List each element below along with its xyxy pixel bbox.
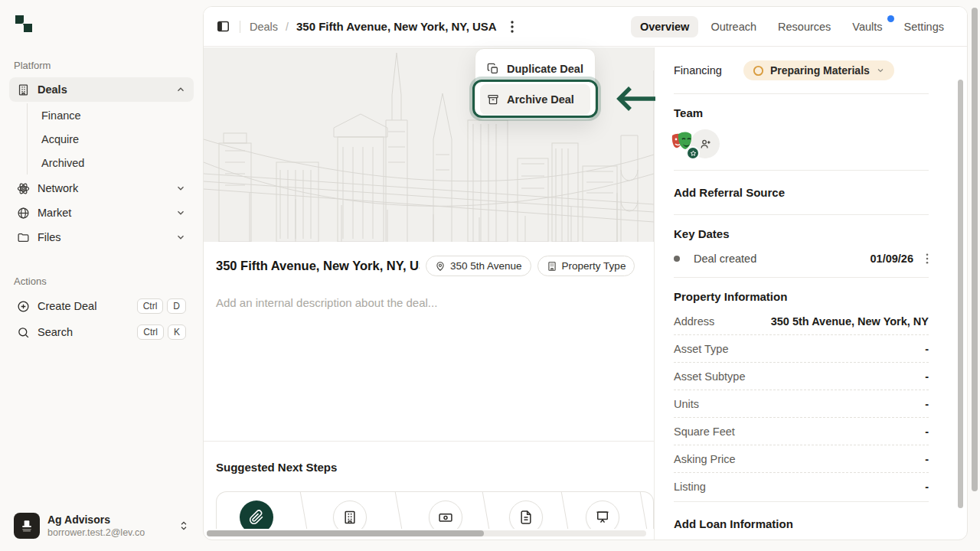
create-deal-label: Create Deal: [38, 300, 96, 312]
tab-settings[interactable]: Settings: [895, 16, 953, 37]
segment-divider: [482, 491, 490, 529]
create-deal-button[interactable]: Create Deal Ctrl D: [9, 293, 194, 319]
step-property-button[interactable]: [333, 500, 367, 529]
tab-overview[interactable]: Overview: [631, 16, 699, 37]
sidebar-item-files[interactable]: Files: [9, 225, 194, 249]
deal-main-column: 350 Fifth Avenue, New York, NY, USA 350 …: [204, 47, 654, 540]
globe-icon: [17, 207, 30, 220]
tab-resources[interactable]: Resources: [769, 16, 840, 37]
chevron-down-icon: [175, 207, 186, 218]
menu-item-archive-deal[interactable]: Archive Deal: [480, 84, 590, 115]
property-row-label: Listing: [674, 481, 706, 493]
sidebar-item-deals[interactable]: Deals: [9, 77, 194, 102]
step-presentation-button[interactable]: [586, 500, 619, 529]
financing-row: Financing Preparing Materials: [674, 47, 929, 94]
property-row-value: 350 5th Avenue, New York, NY: [771, 315, 929, 328]
main-card: Deals / 350 Fifth Avenue, New York, NY, …: [203, 6, 968, 540]
sidebar-toggle-icon[interactable]: [216, 19, 230, 34]
search-button[interactable]: Search Ctrl K: [9, 319, 194, 345]
kbd-ctrl: Ctrl: [137, 298, 164, 314]
sidebar-item-market[interactable]: Market: [9, 201, 194, 225]
property-row-asking-price: Asking Price -: [674, 445, 929, 473]
property-type-badge[interactable]: Property Type: [537, 256, 635, 276]
paperclip-icon: [249, 510, 264, 525]
archive-icon: [487, 93, 499, 106]
banknote-icon: [438, 510, 453, 525]
key-date-row: Deal created 01/09/26: [674, 253, 929, 268]
status-ring-icon: [753, 65, 764, 77]
brand-logo: [14, 14, 194, 34]
step-attachments-button[interactable]: [240, 500, 273, 529]
folder-icon: [17, 231, 30, 244]
property-row-asset-subtype: Asset Subtype -: [674, 363, 929, 390]
user-name: Ag Advisors: [47, 514, 145, 527]
deal-context-menu: Duplicate Deal Archive Deal: [475, 48, 596, 120]
address-badge-label: 350 5th Avenue: [450, 260, 522, 272]
sidebar-item-acquire[interactable]: Acquire: [28, 127, 194, 151]
property-row-address: Address 350 5th Avenue, New York, NY: [674, 308, 929, 335]
network-icon: [17, 182, 30, 195]
segment-divider: [299, 491, 308, 529]
page-scrollbar-thumb[interactable]: [972, 8, 978, 491]
breadcrumb-current-deal: 350 Fifth Avenue, New York, NY, USA: [296, 20, 497, 33]
search-icon: [17, 326, 30, 339]
platform-section-label: Platform: [14, 60, 189, 71]
property-row-value: -: [925, 343, 929, 355]
property-row-asset-type: Asset Type -: [674, 335, 929, 363]
presentation-icon: [595, 510, 610, 525]
team-member-avatar[interactable]: [668, 129, 697, 158]
financing-label: Financing: [674, 64, 722, 77]
section-divider: [204, 441, 654, 442]
next-steps-title: Suggested Next Steps: [216, 461, 337, 474]
breadcrumb-separator: /: [286, 21, 289, 33]
create-deal-shortcut: Ctrl D: [137, 298, 186, 314]
account-switcher[interactable]: Ag Advisors borrower.test.2@lev.co: [9, 510, 194, 542]
deal-title-row: 350 Fifth Avenue, New York, NY, USA 350 …: [204, 256, 654, 276]
chevron-down-icon: [175, 232, 186, 243]
address-badge[interactable]: 350 5th Avenue: [426, 256, 531, 276]
user-email: borrower.test.2@lev.co: [47, 527, 145, 538]
property-row-square-feet: Square Feet -: [674, 418, 929, 445]
property-row-units: Units -: [674, 390, 929, 418]
deals-subnav: Finance Acquire Archived: [27, 103, 194, 174]
chevron-down-icon: [876, 66, 885, 75]
menu-item-duplicate-deal[interactable]: Duplicate Deal: [480, 54, 590, 84]
property-row-value: -: [925, 453, 929, 465]
property-row-value: -: [925, 398, 929, 410]
sidebar-item-label: Deals: [38, 83, 67, 96]
segment-divider: [394, 491, 403, 529]
deal-description-input[interactable]: Add an internal description about the de…: [204, 296, 654, 309]
sidebar-item-archived[interactable]: Archived: [28, 151, 194, 174]
menu-item-label: Archive Deal: [507, 93, 574, 106]
property-row-value: -: [925, 425, 929, 438]
map-pin-icon: [435, 261, 446, 272]
breadcrumb-deals-link[interactable]: Deals: [250, 21, 278, 33]
property-row-label: Asset Subtype: [674, 370, 746, 383]
panel-scrollbar-thumb[interactable]: [958, 80, 963, 508]
deal-actions-menu-button[interactable]: [508, 19, 517, 34]
user-info: Ag Advisors borrower.test.2@lev.co: [47, 514, 145, 538]
sidebar-item-network[interactable]: Network: [9, 176, 194, 201]
horizontal-scrollbar-thumb[interactable]: [207, 530, 484, 536]
add-loan-information-button[interactable]: Add Loan Information: [674, 502, 929, 540]
property-row-label: Units: [674, 398, 699, 410]
kbd-k: K: [168, 324, 186, 340]
sidebar-item-finance[interactable]: Finance: [28, 103, 194, 127]
property-information-section: Property Information Address 350 5th Ave…: [674, 278, 929, 502]
tab-outreach[interactable]: Outreach: [701, 16, 766, 37]
tab-bar: Overview Outreach Resources Vaults Setti…: [631, 16, 953, 37]
property-rows: Address 350 5th Avenue, New York, NY Ass…: [674, 308, 929, 501]
add-referral-source-button[interactable]: Add Referral Source: [674, 171, 929, 215]
property-row-label: Square Feet: [674, 425, 735, 438]
key-date-menu-button[interactable]: [926, 253, 929, 264]
key-dates-section: Key Dates Deal created 01/09/26: [674, 215, 929, 278]
property-row-listing: Listing -: [674, 473, 929, 500]
step-financials-button[interactable]: [429, 500, 462, 529]
tab-vaults[interactable]: Vaults: [843, 16, 891, 37]
property-information-label: Property Information: [674, 290, 929, 303]
copy-icon: [487, 63, 499, 75]
financing-status-dropdown[interactable]: Preparing Materials: [743, 60, 894, 80]
step-documents-button[interactable]: [509, 500, 543, 529]
chevrons-up-down-icon: [178, 520, 189, 532]
document-icon: [518, 510, 534, 525]
